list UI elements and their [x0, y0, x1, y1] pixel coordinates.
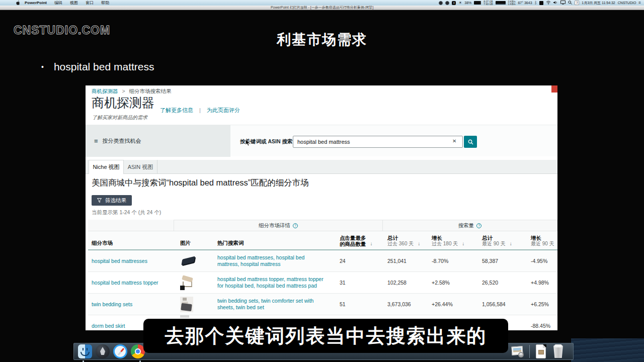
col-header-top-products[interactable]: 点击量最多的商品数量 ↓ — [335, 231, 382, 249]
menu-item-app[interactable]: PowerPoint — [25, 1, 47, 5]
menu-item-help[interactable]: 帮助 — [101, 0, 109, 6]
dock-icon-safari[interactable] — [113, 344, 127, 358]
desktop-screen: PowerPoint 编辑 视图 窗口 帮助 ! ☀ 38% 8.07 GB 7… — [0, 0, 644, 362]
battery-percent[interactable]: 38% — [464, 1, 471, 5]
table-row: hospital bed mattresses hospital bed mat… — [88, 250, 557, 272]
col-header-niche: 细分市场 — [88, 231, 174, 249]
wifi-icon[interactable] — [546, 1, 551, 5]
temperature-readout[interactable]: 67° 3643 — [518, 1, 532, 5]
bluetooth-icon[interactable]: ᛒ — [535, 1, 537, 5]
slide-bullet-item: • hospital bed mattress — [41, 61, 154, 73]
window-title: PowerPoint 幻灯片放映 - [一步一步教你选品可行性分析案例-阿甘] — [271, 6, 373, 9]
top-keywords-link[interactable]: twin bedding sets, twin comforter set wi… — [216, 294, 335, 315]
table-column-header-row: 细分市场 图片 热门搜索词 点击量最多的商品数量 ↓ 总计过去 360 天 ↓ … — [88, 231, 557, 250]
bullet-dot: • — [41, 63, 44, 71]
funnel-icon — [97, 198, 102, 203]
dock-icon-launchpad[interactable] — [96, 344, 110, 358]
browse-categories-button[interactable]: ≡ 按分类查找机会 — [86, 125, 230, 157]
growth-90-value: +4.98% — [523, 272, 557, 294]
sort-arrow-icon[interactable]: ↓ — [370, 241, 373, 247]
top-keywords-link[interactable]: hospital bed mattress topper, mattress t… — [216, 272, 335, 294]
breadcrumb-current: 细分市场搜索结果 — [129, 88, 171, 94]
niche-thumbnail — [174, 294, 216, 315]
dock-icon-preview[interactable] — [511, 344, 525, 358]
apple-menu-icon[interactable] — [16, 1, 20, 5]
results-heading: 美国商城中与搜索词“hospital bed mattress”匹配的细分市场 — [92, 177, 309, 189]
niche-thumbnail — [174, 250, 216, 272]
window-title-bar: PowerPoint 幻灯片放映 - [一步一步教你选品可行性分析案例-阿甘] — [0, 6, 644, 10]
search-button[interactable] — [464, 136, 477, 148]
tray-icon-2[interactable] — [445, 1, 449, 5]
growth-180-value: +26.44% — [425, 294, 475, 315]
memory-meter-icon[interactable] — [496, 1, 506, 5]
col-header-growth-180[interactable]: 增长过去 180 天 ↓ — [425, 231, 475, 249]
battery-meter-icon[interactable] — [474, 1, 481, 5]
filter-results-button[interactable]: 筛选结果 — [92, 195, 132, 206]
input-method-icon[interactable] — [539, 1, 543, 5]
browse-categories-label: 按分类查找机会 — [103, 137, 141, 145]
spotlight-icon[interactable] — [568, 1, 572, 5]
table-group-header-row: 细分市场详情 ? 搜索量 ? — [88, 220, 557, 231]
memory-readout[interactable]: 8.07 GB 7.93 GB — [484, 1, 493, 6]
col-header-growth-90[interactable]: 增长最近 90 天 — [523, 231, 557, 249]
page-title: 商机探测器 — [92, 95, 154, 111]
network-readout[interactable]: 0 KB/s 1 KB/s — [508, 1, 516, 6]
col-header-total-360[interactable]: 总计过去 360 天 ↓ — [382, 231, 425, 249]
dock-divider — [529, 345, 530, 358]
slide-title: 利基市场需求 — [0, 30, 644, 49]
keyword-search-input[interactable] — [293, 136, 463, 148]
rate-page-link[interactable]: 为此页面评分 — [207, 107, 240, 113]
menu-item-view[interactable]: 视图 — [70, 0, 78, 6]
brightness-icon[interactable]: ☀ — [458, 1, 462, 5]
group-header-details: 细分市场详情 ? — [174, 220, 382, 231]
alert-tray-icon[interactable]: ! — [452, 1, 456, 5]
dock-icon-chrome[interactable] — [131, 344, 145, 358]
tab-asin-view[interactable]: ASIN 视图 — [124, 160, 157, 174]
breadcrumb-home-link[interactable]: 商机探测器 — [92, 88, 118, 94]
hamburger-icon: ≡ — [94, 138, 98, 144]
growth-90-value: -4.95% — [523, 250, 557, 272]
growth-180-value: -8.70% — [425, 250, 475, 272]
dock-icon-document[interactable] — [534, 344, 548, 358]
niche-link[interactable]: hospital bed mattress topper — [88, 272, 174, 294]
tab-niche-view[interactable]: Niche 视图 — [89, 160, 124, 174]
dock-icon-trash[interactable] — [551, 344, 566, 358]
desktop-wallpaper — [571, 338, 644, 362]
menu-item-window[interactable]: 窗口 — [86, 0, 94, 6]
niche-link[interactable]: hospital bed mattresses — [88, 250, 174, 272]
sort-arrow-icon[interactable]: ↓ — [510, 241, 512, 247]
niche-link[interactable]: twin bedding sets — [88, 294, 174, 315]
sort-arrow-icon[interactable]: ↓ — [462, 241, 464, 247]
page-title-links: 了解更多信息 | 为此页面评分 — [160, 107, 240, 114]
mattress-image — [180, 255, 197, 266]
tray-icon-1[interactable] — [439, 1, 443, 5]
macos-menu-bar: PowerPoint 编辑 视图 窗口 帮助 ! ☀ 38% 8.07 GB 7… — [0, 0, 644, 6]
filter-label: 筛选结果 — [105, 197, 126, 204]
volume-icon[interactable] — [553, 1, 558, 5]
notification-center-icon[interactable]: ≡ — [638, 1, 641, 5]
page-tagline: 了解买家对新商品的需求 — [92, 114, 147, 121]
dock-icon-finder[interactable] — [78, 344, 92, 358]
learn-more-link[interactable]: 了解更多信息 — [160, 107, 193, 113]
total-90-value: 1,056,584 — [475, 294, 523, 315]
sort-arrow-icon[interactable]: ↓ — [418, 241, 420, 247]
calendar-icon[interactable]: 3 — [575, 1, 579, 5]
col-header-total-90[interactable]: 总计最近 90 天 ↓ — [475, 231, 523, 249]
red-marker — [551, 85, 557, 93]
help-icon[interactable]: ? — [293, 223, 298, 228]
menu-bar-clock[interactable]: 1月3日 周五 11:54:32 — [582, 1, 615, 6]
menu-bar-status-area: ! ☀ 38% 8.07 GB 7.93 GB 0 KB/s 1 KB/s 67… — [439, 1, 641, 6]
top-keywords-link[interactable]: hospital bed mattresses, hospital bed ma… — [216, 250, 335, 272]
menu-bar-username[interactable]: CNSTUDIO — [618, 1, 636, 5]
bullet-text: hospital bed mattress — [54, 61, 154, 73]
help-icon[interactable]: ? — [476, 223, 481, 228]
magnifier-icon — [468, 139, 473, 145]
top-products-value: 51 — [335, 294, 382, 315]
group-header-volume: 搜索量 ? — [382, 220, 557, 231]
growth-180-value: +2.58% — [425, 272, 475, 294]
view-tab-bar: Niche 视图 ASIN 视图 — [86, 160, 557, 174]
clear-search-icon[interactable]: ✕ — [452, 138, 456, 144]
breadcrumb: 商机探测器 > 细分市场搜索结果 — [92, 88, 171, 95]
menu-item-edit[interactable]: 编辑 — [54, 0, 62, 6]
display-mirroring-icon[interactable] — [560, 1, 566, 5]
